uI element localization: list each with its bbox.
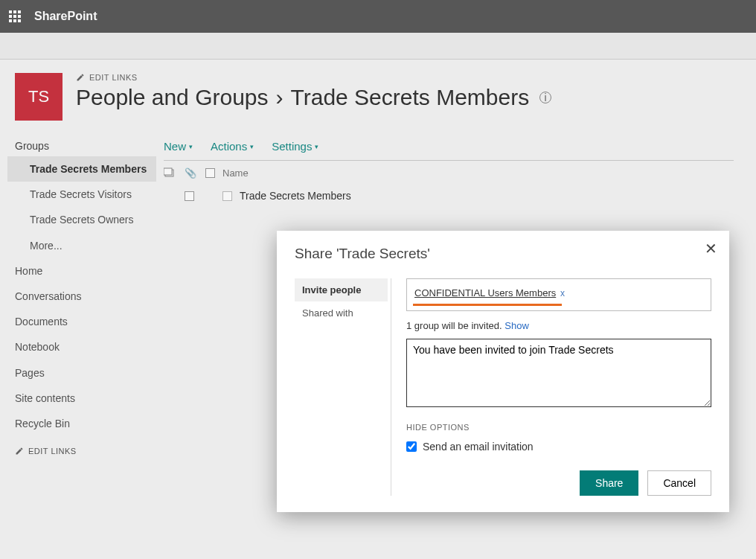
share-dialog: ✕ Share 'Trade Secrets' Invite people Sh… [277, 231, 729, 512]
hide-options-link[interactable]: HIDE OPTIONS [406, 423, 711, 432]
close-icon[interactable]: ✕ [705, 240, 717, 258]
tab-shared-with[interactable]: Shared with [295, 301, 388, 325]
dialog-tabs: Invite people Shared with [295, 278, 391, 496]
chip-remove-icon[interactable]: x [560, 288, 565, 298]
email-invitation-label: Send an email invitation [423, 441, 534, 453]
message-textarea[interactable] [406, 339, 711, 407]
tab-invite-people[interactable]: Invite people [295, 278, 388, 301]
invite-status: 1 group will be invited. Show [406, 320, 711, 331]
invite-count: 1 group will be invited. [406, 320, 502, 331]
people-chip[interactable]: CONFIDENTIAL Users Members [414, 287, 556, 298]
people-picker[interactable]: CONFIDENTIAL Users Members x [406, 278, 711, 311]
highlight-underline [413, 304, 562, 306]
dialog-title: Share 'Trade Secrets' [295, 246, 711, 262]
cancel-button[interactable]: Cancel [647, 470, 711, 496]
show-link[interactable]: Show [504, 320, 529, 331]
share-button[interactable]: Share [580, 470, 638, 496]
email-invitation-checkbox[interactable] [406, 441, 417, 452]
